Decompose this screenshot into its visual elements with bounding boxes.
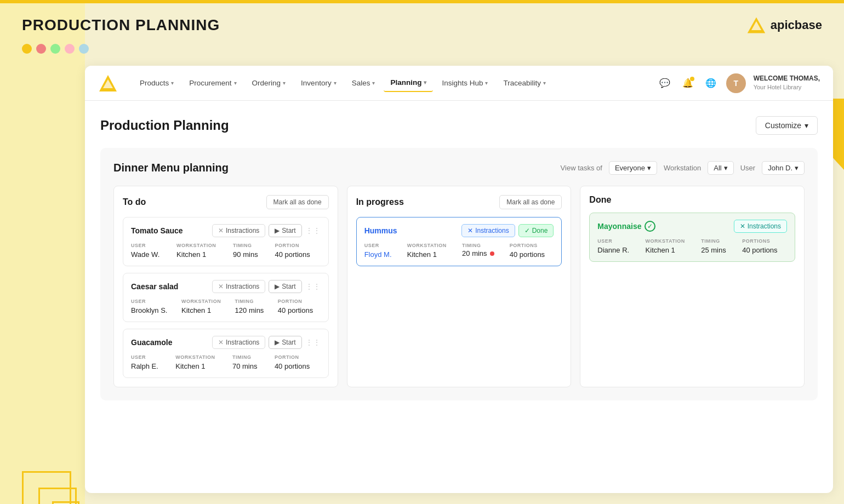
done-button[interactable]: ✓ Done xyxy=(518,224,554,237)
drag-handle-icon[interactable]: ⋮⋮ xyxy=(305,282,321,291)
chevron-down-icon: ▾ xyxy=(485,80,488,86)
workstation-field: WORKSTATION Kitchen 1 xyxy=(646,238,695,255)
portion-field: PORTION 40 portions xyxy=(278,299,321,315)
chevron-down-icon: ▾ xyxy=(334,80,337,86)
nav-inventory[interactable]: Inventory ▾ xyxy=(294,75,343,91)
drag-handle-icon[interactable]: ⋮⋮ xyxy=(305,226,321,235)
content-title: Production Planning xyxy=(100,118,229,133)
chevron-down-icon: ▾ xyxy=(543,80,546,86)
instructions-button[interactable]: ✕ Instractions xyxy=(212,224,265,237)
instructions-button[interactable]: ✕ Instractions xyxy=(734,220,787,233)
nav-ordering[interactable]: Ordering ▾ xyxy=(246,75,293,91)
timing-field: TIMING 70 mins xyxy=(232,354,268,371)
welcome-text: WELCOME THOMAS, Your Hotel Library xyxy=(754,74,820,91)
workstation-field: WORKSTATION Kitchen 1 xyxy=(407,243,455,259)
todo-mark-all-button[interactable]: Mark all as done xyxy=(266,195,329,209)
user-filter-label: User xyxy=(740,164,755,172)
user-filter[interactable]: John D. ▾ xyxy=(762,161,805,175)
todo-column: To do Mark all as done Tomato Sauce ✕ In… xyxy=(113,186,338,387)
everyone-filter[interactable]: Everyone ▾ xyxy=(609,161,657,175)
portions-field: PORTIONS 40 portions xyxy=(742,238,787,255)
task-name: Tomato Sauce xyxy=(131,226,183,235)
task-caesar-salad: Caesar salad ✕ Instractions ▶ Start xyxy=(123,273,329,322)
task-name-with-check: Mayonnaise ✓ xyxy=(597,221,655,232)
start-button[interactable]: ▶ Start xyxy=(269,280,301,293)
top-accent-bar xyxy=(0,0,844,3)
nav-sales[interactable]: Sales ▾ xyxy=(345,75,382,91)
task-meta: USER Wade W. WORKSTATION Kitchen 1 TIMIN… xyxy=(131,243,321,259)
navbar-logo-icon[interactable] xyxy=(98,73,118,93)
portion-field: PORTION 40 portions xyxy=(275,354,321,371)
notification-dot xyxy=(690,77,694,81)
checkmark-icon: ✓ xyxy=(524,227,530,234)
chevron-down-icon: ▾ xyxy=(647,164,651,172)
inprogress-mark-all-button[interactable]: Mark all as done xyxy=(499,195,562,209)
instructions-button[interactable]: ✕ Instractions xyxy=(212,280,265,293)
board-title: Dinner Menu planning xyxy=(113,162,229,174)
x-icon: ✕ xyxy=(218,339,224,346)
task-header: Tomato Sauce ✕ Instractions ▶ Start xyxy=(131,224,321,237)
board-header: Dinner Menu planning View tasks of Every… xyxy=(113,161,805,175)
user-field: USER Brooklyn S. xyxy=(131,299,175,315)
nav-insights-hub[interactable]: Insights Hub ▾ xyxy=(435,75,494,91)
chevron-down-icon: ▾ xyxy=(234,80,237,86)
task-header: Guacamole ✕ Instractions ▶ Start xyxy=(131,336,321,349)
timing-field: TIMING 25 mins xyxy=(701,238,735,255)
dot-yellow xyxy=(22,44,32,54)
customize-button[interactable]: Customize ▾ xyxy=(756,116,818,135)
chevron-down-icon: ▾ xyxy=(283,80,286,86)
chevron-down-icon: ▾ xyxy=(724,164,728,172)
instructions-button[interactable]: ✕ Instractions xyxy=(461,224,515,237)
drag-handle-icon[interactable]: ⋮⋮ xyxy=(305,338,321,347)
workstation-filter[interactable]: All ▾ xyxy=(708,161,733,175)
start-button[interactable]: ▶ Start xyxy=(269,336,301,349)
task-meta: USER Floyd M. WORKSTATION Kitchen 1 TIMI… xyxy=(364,243,554,259)
x-icon: ✕ xyxy=(740,222,745,230)
todo-col-header: To do Mark all as done xyxy=(123,195,329,209)
apicbase-brand-name: apicbase xyxy=(771,18,822,32)
done-col-header: Done xyxy=(589,195,795,205)
inprogress-col-header: In progress Mark all as done xyxy=(356,195,562,209)
user-field: USER Floyd M. xyxy=(364,243,401,259)
nav-procurement[interactable]: Procurement ▾ xyxy=(183,75,243,91)
task-actions: ✕ Instractions xyxy=(734,220,787,233)
nav-planning[interactable]: Planning ▾ xyxy=(384,74,433,92)
play-icon: ▶ xyxy=(275,283,280,290)
task-hummus: Hummus ✕ Instractions ✓ Done xyxy=(356,217,562,266)
task-name: Hummus xyxy=(364,226,397,235)
avatar[interactable]: T xyxy=(726,73,746,93)
portion-field: PORTION 40 portions xyxy=(275,243,320,259)
workstation-field: WORKSTATION Kitchen 1 xyxy=(181,299,229,315)
nav-traceability[interactable]: Traceability ▾ xyxy=(497,75,552,91)
task-meta: USER Brooklyn S. WORKSTATION Kitchen 1 T… xyxy=(131,299,321,315)
workstation-field: WORKSTATION Kitchen 1 xyxy=(176,243,226,259)
navbar-right: 💬 🔔 🌐 T WELCOME THOMAS, Your Hotel Libra… xyxy=(657,73,820,93)
play-icon: ▶ xyxy=(275,227,280,234)
done-col-title: Done xyxy=(589,195,611,205)
dot-pink xyxy=(65,44,75,54)
page-title: PRODUCTION PLANNING xyxy=(22,16,220,34)
user-field: USER Ralph E. xyxy=(131,354,169,371)
instructions-button[interactable]: ✕ Instractions xyxy=(212,336,265,349)
play-icon: ▶ xyxy=(275,339,280,346)
task-actions: ✕ Instractions ▶ Start ⋮⋮ xyxy=(212,280,321,293)
notifications-icon[interactable]: 🔔 xyxy=(680,76,695,91)
workstation-field: WORKSTATION Kitchen 1 xyxy=(175,354,226,371)
chat-icon[interactable]: 💬 xyxy=(657,76,672,91)
portions-field: PORTIONS 40 portions xyxy=(510,243,554,259)
planning-board: Dinner Menu planning View tasks of Every… xyxy=(100,148,818,400)
inprogress-column: In progress Mark all as done Hummus ✕ In… xyxy=(347,186,572,387)
content-header: Production Planning Customize ▾ xyxy=(100,116,818,135)
page-title-area: PRODUCTION PLANNING xyxy=(22,16,220,34)
late-indicator xyxy=(490,251,494,256)
chevron-down-icon: ▾ xyxy=(805,121,808,130)
task-guacamole: Guacamole ✕ Instractions ▶ Start xyxy=(123,329,329,378)
globe-icon[interactable]: 🌐 xyxy=(703,76,718,91)
nav-products[interactable]: Products ▾ xyxy=(133,75,180,91)
task-actions: ✕ Instractions ▶ Start ⋮⋮ xyxy=(212,224,321,237)
task-header: Hummus ✕ Instractions ✓ Done xyxy=(364,224,554,237)
apicbase-logo-icon xyxy=(746,15,766,35)
start-button[interactable]: ▶ Start xyxy=(269,224,301,237)
done-checkmark-icon: ✓ xyxy=(645,221,655,232)
task-header: Mayonnaise ✓ ✕ Instractions xyxy=(597,220,787,233)
